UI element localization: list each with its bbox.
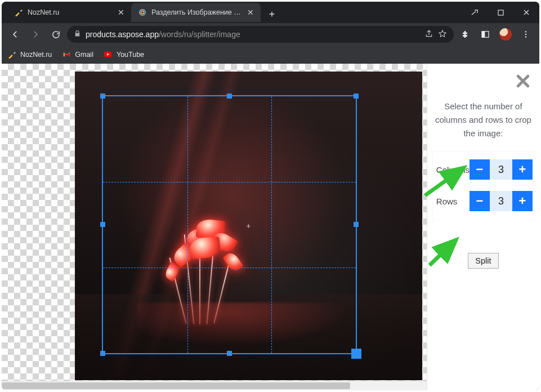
wrench-icon [14, 8, 23, 17]
star-icon[interactable] [438, 29, 447, 40]
bookmark-noznet[interactable]: NozNet.ru [7, 50, 52, 59]
close-window-button[interactable] [513, 2, 539, 23]
crop-handle[interactable] [227, 351, 232, 356]
svg-rect-4 [482, 32, 485, 38]
svg-point-5 [525, 31, 526, 32]
lock-icon [74, 30, 81, 39]
maximize-button[interactable] [488, 2, 513, 23]
window-controls [462, 2, 539, 23]
crop-handle[interactable] [100, 222, 105, 227]
crop-handle[interactable] [354, 93, 359, 99]
sidepanel-icon[interactable] [476, 25, 494, 43]
svg-point-6 [525, 34, 526, 35]
svg-point-1 [141, 11, 144, 14]
settings-panel: Select the number of columns and rows to… [427, 64, 539, 390]
reload-button[interactable] [47, 25, 65, 43]
youtube-icon [104, 50, 113, 59]
close-icon[interactable]: ✕ [246, 8, 255, 17]
extensions-icon[interactable] [456, 25, 474, 43]
columns-value[interactable]: 3 [490, 159, 512, 180]
profile-avatar[interactable] [497, 25, 515, 43]
tab-strip: NozNet.ru ✕ Разделить Изображение На Час… [2, 3, 280, 22]
rows-value[interactable]: 3 [490, 191, 512, 211]
url-text: products.aspose.app/words/ru/splitter/im… [86, 30, 420, 39]
rows-label: Rows [434, 197, 458, 206]
tab-label: NozNet.ru [28, 8, 112, 16]
bookmark-label: YouTube [117, 51, 144, 59]
tab-noznet[interactable]: NozNet.ru ✕ [7, 3, 131, 22]
crop-handle[interactable] [100, 351, 105, 356]
titlebar: NozNet.ru ✕ Разделить Изображение На Час… [2, 2, 539, 23]
browser-window: NozNet.ru ✕ Разделить Изображение На Час… [2, 2, 539, 390]
split-button[interactable]: Split [468, 253, 498, 269]
rows-control: Rows − 3 + [434, 191, 533, 211]
close-icon[interactable]: ✕ [117, 8, 126, 17]
new-tab-button[interactable] [264, 6, 280, 22]
tab-aspose[interactable]: Разделить Изображение На Час ✕ [131, 3, 261, 22]
panel-helptext: Select the number of columns and rows to… [434, 100, 533, 140]
svg-rect-2 [498, 10, 503, 15]
minimize-button[interactable] [462, 2, 488, 23]
bookmark-gmail[interactable]: Gmail [62, 50, 93, 59]
rows-decrement-button[interactable]: − [470, 191, 490, 211]
columns-control: Columns − 3 + [434, 159, 533, 180]
bookmark-label: NozNet.ru [20, 51, 52, 59]
gmail-icon [62, 50, 71, 59]
crop-selection[interactable] [102, 95, 357, 354]
forward-button[interactable] [26, 25, 44, 43]
annotation-arrow-icon [425, 233, 467, 269]
columns-decrement-button[interactable]: − [470, 159, 490, 180]
wrench-icon [7, 50, 16, 59]
swirl-icon [138, 8, 147, 17]
svg-point-7 [525, 36, 526, 37]
crop-handle[interactable] [351, 349, 361, 359]
bookmarks-bar: NozNet.ru Gmail YouTube [2, 46, 539, 64]
crop-handle[interactable] [100, 93, 105, 99]
address-bar[interactable]: products.aspose.app/words/ru/splitter/im… [67, 26, 454, 43]
back-button[interactable] [6, 25, 24, 43]
crop-handle[interactable] [227, 93, 232, 99]
canvas-area[interactable]: + [2, 64, 427, 390]
grid-controls: Columns − 3 + Rows − 3 + [433, 152, 534, 220]
close-panel-button[interactable] [512, 70, 534, 92]
share-icon[interactable] [424, 29, 433, 40]
toolbar: products.aspose.app/words/ru/splitter/im… [2, 23, 539, 46]
menu-icon[interactable] [517, 25, 535, 43]
horizontal-scrollbar[interactable] [2, 381, 427, 390]
bookmark-label: Gmail [75, 51, 93, 59]
bookmark-youtube[interactable]: YouTube [104, 50, 144, 59]
tab-label: Разделить Изображение На Час [151, 8, 242, 16]
page-content: + Select the numb [2, 64, 539, 390]
crop-handle[interactable] [354, 222, 359, 227]
svg-point-0 [140, 10, 146, 16]
rows-increment-button[interactable]: + [512, 191, 533, 211]
columns-increment-button[interactable]: + [512, 159, 533, 180]
columns-label: Columns [434, 165, 470, 175]
